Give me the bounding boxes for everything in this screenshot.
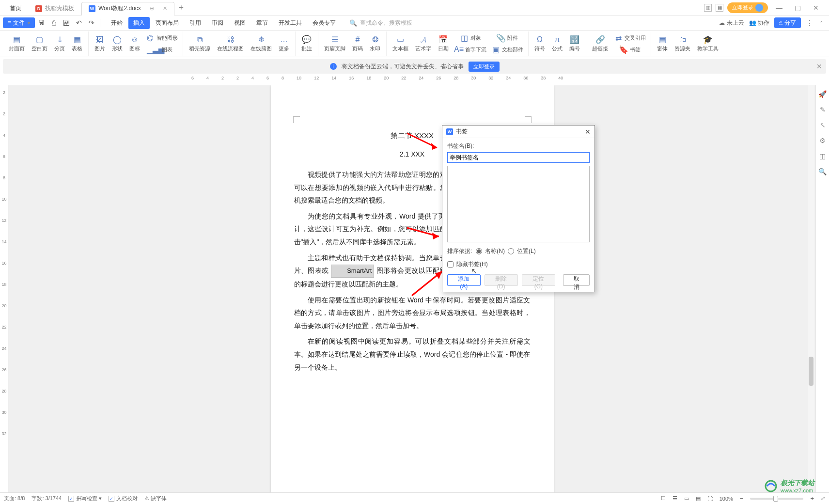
share-button[interactable]: ⎌分享: [774, 17, 801, 28]
zoom-slider[interactable]: [750, 498, 803, 500]
tab-pagelayout[interactable]: 页面布局: [151, 17, 184, 29]
coverpage-button[interactable]: ▤封面页: [6, 34, 28, 53]
tab-review[interactable]: 审阅: [207, 17, 228, 29]
smartart-button[interactable]: ⌬智能图形: [144, 32, 180, 43]
banner-login-button[interactable]: 立即登录: [469, 62, 500, 72]
new-tab-button[interactable]: ＋: [174, 2, 188, 13]
hyperlink-button[interactable]: 🔗超链接: [589, 34, 611, 53]
dialog-close-icon[interactable]: ✕: [585, 128, 591, 136]
view-print-icon[interactable]: ☐: [661, 495, 666, 502]
sort-by-name-radio[interactable]: [476, 248, 482, 254]
pagebreak-button[interactable]: ⤓分页: [51, 34, 68, 53]
view-outline-icon[interactable]: ☰: [673, 495, 677, 502]
attach-button[interactable]: 📎附件: [489, 32, 525, 43]
layers-icon[interactable]: ◫: [819, 152, 826, 160]
dialog-add-button[interactable]: 添加(A): [447, 274, 481, 286]
icons-button[interactable]: ☺图标: [126, 34, 143, 53]
bookmark-list[interactable]: [447, 166, 590, 242]
table-button[interactable]: ▦表格: [69, 34, 85, 53]
tab-devtools[interactable]: 开发工具: [274, 17, 307, 29]
banner-close-icon[interactable]: ✕: [816, 63, 822, 70]
headerfooter-button[interactable]: ☰页眉页脚: [321, 34, 348, 53]
window-minimize[interactable]: —: [772, 4, 786, 12]
pane-button[interactable]: ▤窗体: [654, 34, 671, 53]
blankpage-button[interactable]: ▢空白页: [29, 34, 50, 53]
pagenum-button[interactable]: #页码: [349, 34, 366, 53]
undo-icon[interactable]: ↶: [73, 17, 85, 28]
symbol-button[interactable]: Ω符号: [532, 34, 548, 53]
bookmark-button[interactable]: 🔖书签: [612, 44, 648, 55]
status-expand-icon[interactable]: ⤢: [821, 495, 825, 502]
zoom-slider-knob[interactable]: [773, 496, 778, 502]
command-search[interactable]: 🔍 查找命令、搜索模板: [349, 19, 412, 27]
tab-pin-icon[interactable]: ⊖: [150, 5, 154, 12]
wordart-button[interactable]: 𝓐艺术字: [412, 34, 434, 53]
mindmap-button[interactable]: ❄在线脑图: [248, 34, 275, 53]
tab-references[interactable]: 引用: [185, 17, 206, 29]
window-maximize[interactable]: ▢: [790, 4, 805, 12]
window-close[interactable]: ✕: [809, 4, 823, 12]
tab-insert[interactable]: 插入: [128, 17, 150, 29]
tab-document[interactable]: W Word教程2.docx ⊖ ✕: [81, 2, 174, 16]
scrollbar-thumb[interactable]: [809, 357, 813, 386]
cursor-icon[interactable]: ↖: [820, 121, 826, 129]
tab-start[interactable]: 开始: [106, 17, 127, 29]
object-button[interactable]: ◫对象: [453, 32, 488, 43]
horizontal-ruler[interactable]: 642246810121416182022242628303234363840: [0, 74, 829, 82]
pen-icon[interactable]: ✎: [820, 106, 826, 113]
rocket-icon[interactable]: 🚀: [818, 90, 827, 98]
teaching-tools-button[interactable]: 🎓教学工具: [694, 34, 721, 53]
apps-grid-icon[interactable]: ▦: [716, 4, 723, 12]
zoom-in-icon[interactable]: +: [810, 495, 814, 502]
date-button[interactable]: 📅日期: [435, 34, 452, 53]
chart-button[interactable]: ▁▃▅图表: [144, 44, 180, 55]
status-wordcount[interactable]: 字数: 3/1744: [31, 495, 62, 502]
collapse-ribbon-icon[interactable]: ⌃: [819, 20, 823, 26]
view-read-icon[interactable]: ▤: [696, 495, 701, 502]
status-proof[interactable]: ✓文档校对: [109, 495, 138, 502]
tab-home[interactable]: 首页: [3, 2, 29, 16]
tab-sections[interactable]: 章节: [251, 17, 273, 29]
login-pill[interactable]: 立即登录: [727, 2, 768, 13]
number-button[interactable]: 🔢编号: [566, 34, 583, 53]
cloud-sync-button[interactable]: ☁ 未上云: [719, 19, 744, 27]
template-resource-button[interactable]: ⧉稻壳资源: [186, 34, 213, 53]
crossref-button[interactable]: ⇄交叉引用: [612, 32, 648, 43]
more-menu-icon[interactable]: ⋮: [806, 18, 813, 28]
file-menu-button[interactable]: ≡ 文件 ▾: [3, 17, 35, 28]
bookmark-name-input[interactable]: [447, 152, 590, 163]
equation-button[interactable]: π公式: [549, 34, 565, 53]
layout-split-icon[interactable]: ▥: [704, 4, 712, 12]
picture-button[interactable]: 🖼图片: [92, 34, 108, 53]
search-side-icon[interactable]: 🔍: [818, 168, 827, 175]
zoom-out-icon[interactable]: −: [740, 495, 744, 502]
tab-members[interactable]: 会员专享: [308, 17, 341, 29]
tab-close-icon[interactable]: ✕: [163, 5, 167, 12]
docparts-button[interactable]: ▣文档部件: [489, 44, 525, 55]
hide-bookmarks-checkbox[interactable]: [447, 261, 454, 268]
print-preview-icon[interactable]: 🗟: [60, 17, 73, 28]
dropcap-button[interactable]: A≡首字下沉: [453, 44, 488, 55]
print-quick-icon[interactable]: ⎙: [47, 17, 60, 28]
flowchart-button[interactable]: ⛓在线流程图: [214, 34, 247, 53]
zoom-level[interactable]: 100%: [720, 496, 733, 502]
tab-view[interactable]: 视图: [229, 17, 250, 29]
status-missing-font[interactable]: ⚠ 缺字体: [144, 495, 167, 502]
sort-by-position-radio[interactable]: [508, 248, 514, 254]
comment-button[interactable]: 💬批注: [298, 34, 315, 53]
watermark-button[interactable]: ❂水印: [367, 34, 383, 53]
more-insert-button[interactable]: …更多: [276, 34, 292, 53]
save-icon[interactable]: 🖫: [35, 17, 47, 28]
redo-icon[interactable]: ↷: [85, 17, 98, 28]
status-page[interactable]: 页面: 8/8: [4, 495, 25, 502]
shape-button[interactable]: ◯形状: [109, 34, 125, 53]
textbox-button[interactable]: ▭文本框: [390, 34, 411, 53]
cooperate-button[interactable]: 👥 协作: [749, 19, 769, 27]
view-web-icon[interactable]: ▭: [684, 495, 689, 502]
sliders-icon[interactable]: ⚙: [819, 137, 826, 144]
tab-templates[interactable]: D 找稻壳模板: [29, 2, 81, 16]
vertical-ruler[interactable]: 22468101214161820222426283032: [0, 85, 9, 492]
fit-width-icon[interactable]: ⛶: [707, 496, 713, 502]
vertical-scrollbar[interactable]: [808, 85, 814, 480]
resource-pool-button[interactable]: 🗂资源夹: [672, 34, 693, 53]
